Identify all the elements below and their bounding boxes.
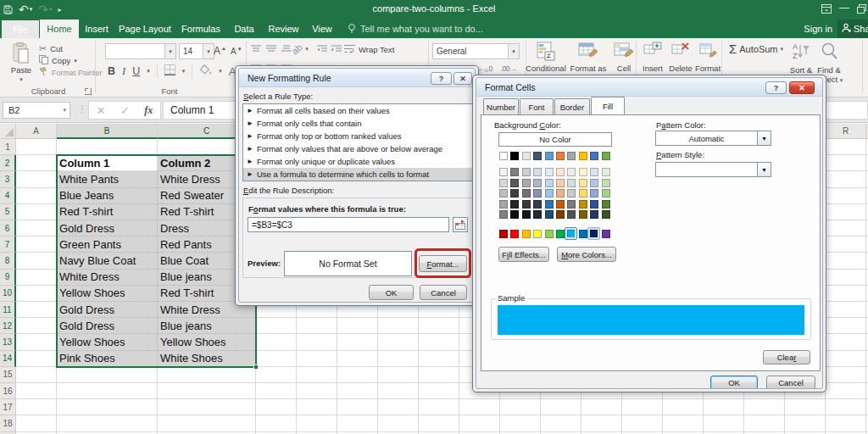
row-header-17[interactable]: 17 [0,399,16,415]
cell-R18[interactable] [826,415,866,431]
tint-color-swatch[interactable] [499,189,508,198]
cell-H15[interactable] [419,367,459,383]
cell-A11[interactable] [16,302,57,318]
cell-D14[interactable] [256,351,297,367]
cell-R3[interactable] [826,171,866,187]
cell-B17[interactable] [57,399,158,415]
cell-F18[interactable] [337,415,378,431]
tint-color-swatch[interactable] [533,168,542,176]
row-header-12[interactable]: 12 [0,318,16,334]
tint-color-swatch[interactable] [590,210,598,219]
tab-data[interactable]: Data [227,19,261,38]
rule-type-option[interactable]: ►Format only cells that contain [243,117,472,130]
tint-color-swatch[interactable] [545,168,554,176]
tab-review[interactable]: Review [264,19,303,38]
tint-color-swatch[interactable] [545,200,554,209]
cancel-entry-icon[interactable]: ✕ [97,104,106,117]
tint-color-swatch[interactable] [602,210,610,219]
row-header-6[interactable]: 6 [0,220,16,236]
tint-color-swatch[interactable] [556,179,565,187]
cell-R2[interactable] [826,155,866,171]
more-colors-button[interactable]: More Colors... [557,247,616,262]
row-header-15[interactable]: 15 [0,367,16,383]
cell-G15[interactable] [378,367,419,383]
align-top-icon[interactable] [251,45,261,55]
cell-B1[interactable] [57,139,158,155]
row-header-2[interactable]: 2 [0,155,16,171]
paste-dropdown-icon[interactable]: ▾ [19,75,23,84]
cell-O18[interactable] [704,415,744,431]
cell-A5[interactable] [16,204,57,220]
theme-color-swatch[interactable] [590,152,598,160]
orientation-button[interactable]: ab▾ [292,44,309,54]
cell-N17[interactable] [663,399,704,415]
cell-B18[interactable] [57,415,158,431]
tint-color-swatch[interactable] [567,189,576,198]
cell-B13[interactable]: Yellow Shoes [57,334,158,350]
cell-A4[interactable] [16,188,57,204]
tab-file[interactable]: File [2,20,39,38]
tint-color-swatch[interactable] [522,189,531,198]
cell-G12[interactable] [378,318,419,334]
cell-A8[interactable] [16,253,57,269]
tint-color-swatch[interactable] [533,210,542,219]
cell-C16[interactable] [158,383,256,399]
cell-M17[interactable] [622,399,663,415]
cell-B2[interactable]: Column 1 [57,155,158,171]
increase-indent-icon[interactable] [331,45,342,55]
grow-font-button[interactable]: A▲ [214,45,226,57]
decrease-decimal-icon[interactable]: .00→ [501,64,516,73]
fc-ok-button[interactable]: OK [710,376,758,389]
cell-Q18[interactable] [785,415,826,431]
font-name-combo[interactable]: ▾ [105,43,176,59]
cell-F14[interactable] [337,351,378,367]
nfr-cancel-button[interactable]: Cancel [420,285,467,300]
row-header-10[interactable]: 10 [0,286,16,302]
cell-K18[interactable] [541,415,581,431]
cell-G16[interactable] [378,383,419,399]
cell-H12[interactable] [419,318,459,334]
italic-button[interactable]: I [122,65,125,78]
name-box[interactable]: B2▾ [3,102,70,119]
cell-B11[interactable]: Gold Dress [57,302,158,318]
cell-A12[interactable] [16,318,57,334]
tint-color-swatch[interactable] [602,200,610,209]
rule-type-option[interactable]: ►Format only values that are above or be… [243,142,472,155]
fill-handle[interactable] [253,364,259,370]
standard-color-swatch[interactable] [499,230,508,238]
row-header-9[interactable]: 9 [0,270,16,286]
cell-D15[interactable] [256,367,297,383]
tint-color-swatch[interactable] [590,200,598,209]
tint-color-swatch[interactable] [522,168,531,176]
tab-view[interactable]: View [306,19,338,38]
tint-color-swatch[interactable] [510,210,519,219]
cell-A9[interactable] [16,270,57,286]
tint-color-swatch[interactable] [510,200,519,209]
tint-color-swatch[interactable] [567,168,576,176]
paste-button[interactable]: Paste ▾ [7,42,36,84]
cell-B12[interactable]: Gold Dress [57,318,158,334]
cell-D18[interactable] [256,415,297,431]
cell-E15[interactable] [297,367,337,383]
cell-R10[interactable] [826,286,866,302]
cell-R5[interactable] [826,204,866,220]
cell-B4[interactable]: Blue Jeans [57,188,158,204]
nfr-formula-input[interactable]: =$B3=$C3 [248,217,449,232]
cell-R16[interactable] [826,383,866,399]
cell-P18[interactable] [744,415,785,431]
cell-B9[interactable]: White Dress [57,270,158,286]
tint-color-swatch[interactable] [545,179,554,187]
cell-R7[interactable] [826,236,866,253]
column-header-R[interactable]: R [826,124,866,139]
tint-color-swatch[interactable] [499,200,508,209]
nfr-ok-button[interactable]: OK [369,285,414,300]
sign-in-button[interactable]: Sign in [804,19,832,38]
autosum-button[interactable]: Σ AutoSum▾ [729,42,783,56]
cell-C17[interactable] [158,399,256,415]
cell-A14[interactable] [16,351,57,367]
cell-R1[interactable] [826,139,866,155]
cell-F12[interactable] [337,318,378,334]
cell-C15[interactable] [158,367,256,383]
tint-color-swatch[interactable] [499,168,508,176]
cell-G13[interactable] [378,334,419,350]
